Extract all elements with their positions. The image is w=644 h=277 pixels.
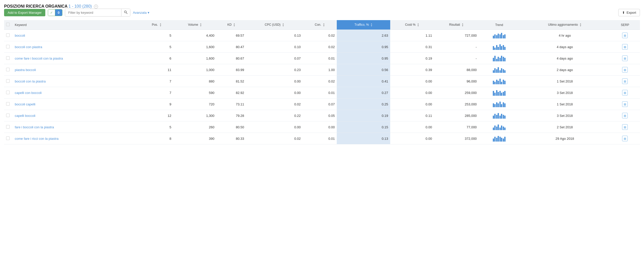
serp-icon[interactable]: ▦ (622, 136, 628, 141)
serp-icon[interactable]: ▦ (622, 113, 628, 118)
traffico-cell: 0.95 (337, 41, 390, 53)
serp-cell: ▦ (610, 30, 640, 41)
serp-icon[interactable]: ▦ (622, 44, 628, 50)
con-cell: 0.01 (303, 133, 337, 144)
select-all-checkbox-header[interactable] (4, 20, 12, 30)
kd-cell: 80.33 (216, 133, 246, 144)
col-traffico[interactable]: Traffico, % ▲▼ (337, 20, 390, 30)
col-cpc[interactable]: CPC (USD) ▲▼ (246, 20, 303, 30)
risultati-cell: 727,000 (434, 30, 479, 41)
trend-bar (504, 70, 506, 73)
col-aggiornamento[interactable]: Ultimo aggiornamento ▲▼ (520, 20, 610, 30)
trend-bar (501, 104, 502, 107)
col-volume[interactable]: Volume ▲▼ (173, 20, 216, 30)
trend-bar (498, 103, 499, 107)
row-checkbox[interactable] (6, 68, 10, 71)
trend-bar (493, 116, 494, 119)
trend-bar (494, 56, 496, 61)
select-all-checkbox[interactable] (6, 23, 10, 26)
costi-cell: 0.00 (390, 121, 434, 133)
serp-icon[interactable]: ▦ (622, 90, 628, 95)
serp-icon[interactable]: ▦ (622, 56, 628, 61)
keyword-link[interactable]: piastra boccoli (15, 68, 36, 72)
serp-icon[interactable]: ▦ (622, 67, 628, 73)
keyword-link[interactable]: come fare i ricci con la piastra (15, 137, 59, 141)
col-serp: SERP (610, 20, 640, 30)
col-pos[interactable]: Pos. ▲▼ (140, 20, 173, 30)
volume-cell: 260 (173, 121, 216, 133)
table-row: capelli con boccoli759082.920.000.010.27… (4, 87, 640, 99)
row-checkbox[interactable] (6, 45, 10, 48)
trend-cell (479, 30, 520, 41)
trend-bar (499, 58, 501, 61)
row-checkbox[interactable] (6, 91, 10, 94)
keyword-link[interactable]: come fare i boccoli con la piastra (15, 57, 63, 60)
costi-cell: 0.19 (390, 53, 434, 64)
col-kd[interactable]: KD ▲▼ (216, 20, 246, 30)
trend-bars (481, 135, 517, 142)
keyword-link[interactable]: boccoli con la piastra (15, 79, 46, 83)
row-checkbox[interactable] (6, 102, 10, 106)
con-cell: 0.05 (303, 110, 337, 121)
con-cell: 0.02 (303, 30, 337, 41)
serp-cell: ▦ (610, 110, 640, 121)
serp-icon[interactable]: ▦ (622, 33, 628, 38)
col-con[interactable]: Con. ▲▼ (303, 20, 337, 30)
trend-bars (481, 32, 517, 38)
trend-bar (501, 82, 502, 84)
avanzata-button[interactable]: Avanzata ▾ (133, 11, 149, 15)
trend-bar (493, 46, 494, 50)
trend-bar (501, 126, 502, 130)
pos-cell: 9 (140, 99, 173, 110)
trend-bar (503, 35, 504, 38)
serp-cell: ▦ (610, 64, 640, 76)
col-keyword[interactable]: Keyword (12, 20, 140, 30)
keyword-link[interactable]: capelli con boccoli (15, 91, 42, 95)
trend-bar (499, 44, 501, 50)
filter-keyword-input[interactable] (65, 9, 121, 16)
con-cell: 0.00 (303, 121, 337, 133)
keyword-link[interactable]: boccoli capelli (15, 102, 35, 106)
con-cell: 0.02 (303, 41, 337, 53)
info-icon[interactable]: i (94, 5, 98, 9)
cpc-cell: 0.10 (246, 41, 303, 53)
row-checkbox[interactable] (6, 136, 10, 140)
kd-cell: 83.99 (216, 64, 246, 76)
keyword-link[interactable]: fare i boccoli con la piastra (15, 125, 54, 129)
trend-bar (493, 138, 494, 142)
aggiornamento-cell: 4 days ago (520, 41, 610, 53)
serp-icon[interactable]: ▦ (622, 124, 628, 130)
serp-icon[interactable]: ▦ (622, 78, 628, 84)
export-button[interactable]: ⬆ Export (618, 9, 640, 16)
col-risultati[interactable]: Risultati ▲▼ (434, 20, 479, 30)
volume-cell: 390 (173, 133, 216, 144)
trend-bar (498, 67, 499, 73)
risultati-cell: 96,000 (434, 76, 479, 87)
trend-bar (504, 58, 506, 61)
row-checkbox[interactable] (6, 114, 10, 117)
check-badge: ✓ 0 (48, 9, 62, 16)
con-cell: 0.07 (303, 99, 337, 110)
keyword-link[interactable]: boccoli (15, 34, 25, 37)
trend-bar (494, 34, 496, 38)
trend-bar (496, 90, 497, 96)
keyword-link[interactable]: boccoli con piastra (15, 45, 42, 49)
risultati-cell: 372,000 (434, 133, 479, 144)
row-checkbox[interactable] (6, 33, 10, 37)
keyword-link[interactable]: capelli boccoli (15, 114, 35, 118)
serp-icon[interactable]: ▦ (622, 101, 628, 107)
trend-cell (479, 133, 520, 144)
row-checkbox[interactable] (6, 56, 10, 60)
add-to-export-button[interactable]: Add to Export Manager (4, 9, 45, 16)
filter-search-button[interactable] (121, 9, 130, 16)
row-checkbox[interactable] (6, 125, 10, 129)
trend-bar (496, 35, 497, 38)
costi-cell: 0.11 (390, 110, 434, 121)
cpc-cell: 0.00 (246, 121, 303, 133)
row-checkbox[interactable] (6, 79, 10, 83)
cpc-cell: 0.22 (246, 110, 303, 121)
col-costi[interactable]: Costi % ▲▼ (390, 20, 434, 30)
trend-bar (501, 138, 502, 142)
costi-cell: 0.31 (390, 41, 434, 53)
cpc-cell: 0.00 (246, 87, 303, 99)
